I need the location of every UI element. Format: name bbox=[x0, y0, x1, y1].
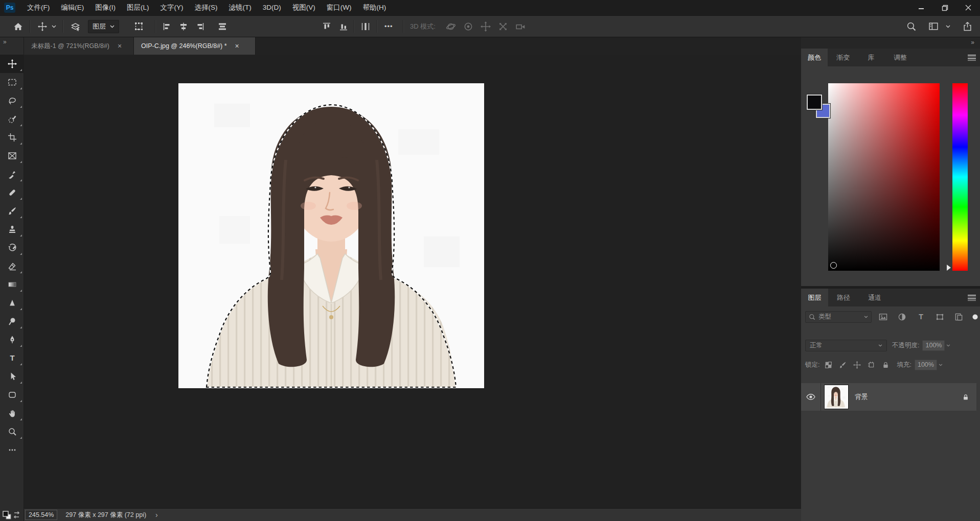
share-icon[interactable] bbox=[963, 16, 972, 37]
filter-adjustment-layers-icon[interactable] bbox=[898, 313, 906, 321]
lock-all-icon[interactable] bbox=[882, 361, 890, 369]
tool-pen[interactable] bbox=[0, 330, 24, 349]
layer-visibility-toggle[interactable] bbox=[801, 383, 821, 411]
filter-shape-layers-icon[interactable] bbox=[936, 313, 944, 321]
chevron-down-icon[interactable] bbox=[946, 344, 950, 347]
tool-eyedropper[interactable] bbox=[0, 165, 24, 183]
filter-pixel-layers-icon[interactable] bbox=[879, 313, 887, 321]
menu-help[interactable]: 帮助(H) bbox=[357, 0, 392, 15]
blend-mode-dropdown[interactable]: 正常 bbox=[805, 340, 887, 351]
3d-orbit-icon[interactable] bbox=[446, 16, 456, 37]
layers-panel-menu-icon[interactable] bbox=[968, 295, 976, 301]
layer-row-background[interactable]: 背景 bbox=[801, 383, 976, 411]
distribute-vertical-icon[interactable] bbox=[361, 16, 370, 37]
tool-history-brush[interactable] bbox=[0, 239, 24, 257]
saturation-brightness-field[interactable] bbox=[828, 83, 940, 271]
tab-paths[interactable]: 路径 bbox=[828, 289, 859, 306]
tool-quick-selection[interactable] bbox=[0, 110, 24, 128]
menu-window[interactable]: 窗口(W) bbox=[321, 0, 357, 15]
tab-libraries[interactable]: 库 bbox=[858, 49, 884, 66]
menu-view[interactable]: 视图(V) bbox=[287, 0, 321, 15]
show-transform-controls-icon[interactable] bbox=[134, 16, 144, 37]
opacity-value[interactable]: 100% bbox=[922, 340, 945, 351]
align-bottom-icon[interactable] bbox=[339, 16, 348, 37]
filter-type-dropdown[interactable]: 类型 bbox=[805, 311, 872, 323]
foreground-color-swatch[interactable] bbox=[807, 94, 822, 110]
align-right-icon[interactable] bbox=[195, 16, 204, 37]
menu-image[interactable]: 图像(I) bbox=[89, 0, 121, 15]
hue-slider-strip[interactable] bbox=[952, 83, 968, 271]
lock-artboard-icon[interactable] bbox=[868, 361, 875, 369]
close-button[interactable] bbox=[956, 0, 980, 15]
tab-color[interactable]: 颜色 bbox=[801, 49, 828, 66]
3d-slide-icon[interactable] bbox=[498, 16, 508, 37]
workspace-icon[interactable] bbox=[928, 16, 939, 37]
3d-pan-icon[interactable] bbox=[481, 16, 491, 37]
fill-value[interactable]: 100% bbox=[915, 360, 937, 370]
filter-toggle-icon[interactable] bbox=[971, 313, 979, 321]
menu-select[interactable]: 选择(S) bbox=[189, 0, 223, 15]
tool-more[interactable] bbox=[0, 441, 24, 459]
tool-lasso[interactable] bbox=[0, 91, 24, 110]
search-icon[interactable] bbox=[906, 16, 916, 37]
3d-camera-icon[interactable] bbox=[515, 16, 526, 37]
menu-filter[interactable]: 滤镜(T) bbox=[223, 0, 257, 15]
canvas-area[interactable] bbox=[24, 55, 801, 508]
tool-eraser[interactable] bbox=[0, 257, 24, 275]
hue-slider-handle[interactable] bbox=[947, 265, 951, 271]
auto-select-icon[interactable] bbox=[71, 16, 80, 37]
tool-shape[interactable] bbox=[0, 386, 24, 404]
menu-file[interactable]: 文件(F) bbox=[21, 0, 55, 15]
tab-layers[interactable]: 图层 bbox=[801, 289, 828, 306]
align-left-icon[interactable] bbox=[163, 16, 172, 37]
tool-crop[interactable] bbox=[0, 128, 24, 147]
document-tab-untitled[interactable]: 未标题-1 @ 721%(RGB/8#) × bbox=[24, 37, 134, 55]
status-options-chevron[interactable]: › bbox=[155, 511, 158, 519]
move-tool-option-icon[interactable] bbox=[38, 16, 47, 37]
distribute-horizontal-icon[interactable] bbox=[218, 16, 227, 37]
tool-rectangular-marquee[interactable] bbox=[0, 73, 24, 91]
filter-type-layers-icon[interactable]: T bbox=[917, 313, 925, 321]
lock-position-icon[interactable] bbox=[853, 361, 861, 369]
tab-channels[interactable]: 通道 bbox=[859, 289, 891, 306]
close-tab-icon[interactable]: × bbox=[233, 41, 241, 51]
chevron-down-icon[interactable] bbox=[939, 364, 943, 366]
tool-type[interactable]: T bbox=[0, 349, 24, 367]
layer-select-dropdown[interactable]: 图层 bbox=[88, 16, 119, 37]
tool-dodge[interactable] bbox=[0, 312, 24, 330]
tool-path-selection[interactable] bbox=[0, 367, 24, 386]
menu-3d[interactable]: 3D(D) bbox=[257, 0, 287, 15]
lock-image-pixels-icon[interactable] bbox=[839, 361, 847, 369]
tool-sharpen[interactable] bbox=[0, 294, 24, 312]
tool-hand[interactable] bbox=[0, 404, 24, 422]
tool-move[interactable] bbox=[0, 55, 24, 73]
document-tab-oip-c[interactable]: OIP-C.jpg @ 246%(RGB/8#) * × bbox=[134, 37, 256, 55]
restore-button[interactable] bbox=[933, 0, 956, 15]
minimize-button[interactable] bbox=[909, 0, 933, 15]
zoom-level-field[interactable]: 245.54% bbox=[25, 510, 57, 520]
color-panel-menu-icon[interactable] bbox=[968, 55, 976, 61]
home-button[interactable] bbox=[13, 16, 23, 37]
3d-roll-icon[interactable] bbox=[463, 16, 473, 37]
align-top-icon[interactable] bbox=[322, 16, 331, 37]
color-field-cursor[interactable] bbox=[830, 262, 837, 269]
collapse-tools-chevron[interactable]: » bbox=[3, 38, 7, 45]
lock-transparent-pixels-icon[interactable] bbox=[825, 361, 832, 369]
more-align-options-button[interactable]: ••• bbox=[384, 16, 393, 37]
menu-edit[interactable]: 编辑(E) bbox=[55, 0, 89, 15]
tool-zoom[interactable] bbox=[0, 422, 24, 441]
chevron-down-icon[interactable] bbox=[52, 16, 56, 37]
mini-color-swatches[interactable] bbox=[2, 510, 22, 520]
chevron-down-icon[interactable] bbox=[946, 16, 950, 37]
tool-clone-stamp[interactable] bbox=[0, 220, 24, 239]
filter-smart-objects-icon[interactable] bbox=[954, 313, 963, 321]
tool-gradient[interactable] bbox=[0, 275, 24, 294]
tab-gradients[interactable]: 渐变 bbox=[828, 49, 858, 66]
tool-brush[interactable] bbox=[0, 202, 24, 220]
menu-layer[interactable]: 图层(L) bbox=[121, 0, 155, 15]
layer-thumbnail[interactable] bbox=[824, 385, 849, 409]
tab-adjustments[interactable]: 调整 bbox=[884, 49, 917, 66]
align-center-horizontal-icon[interactable] bbox=[179, 16, 188, 37]
menu-type[interactable]: 文字(Y) bbox=[155, 0, 189, 15]
document-image[interactable] bbox=[178, 83, 484, 388]
